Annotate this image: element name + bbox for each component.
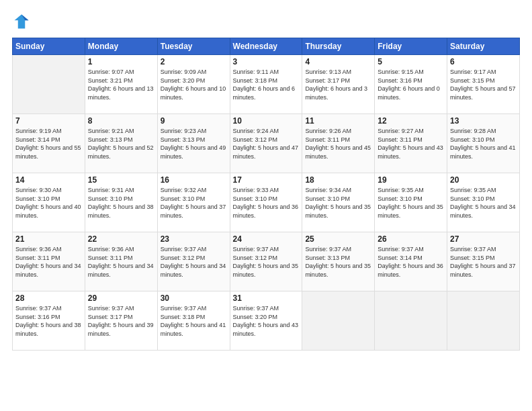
day-number: 29 (88, 293, 154, 303)
logo (12, 12, 34, 31)
day-number: 10 (233, 116, 300, 126)
day-info: Sunrise: 9:13 AM Sunset: 3:17 PM Dayligh… (305, 68, 371, 101)
day-cell: 20Sunrise: 9:35 AM Sunset: 3:10 PM Dayli… (447, 173, 520, 232)
day-cell: 1Sunrise: 9:07 AM Sunset: 3:21 PM Daylig… (85, 55, 157, 114)
day-info: Sunrise: 9:37 AM Sunset: 3:20 PM Dayligh… (233, 304, 300, 338)
day-info: Sunrise: 9:36 AM Sunset: 3:11 PM Dayligh… (15, 245, 82, 279)
day-number: 26 (378, 234, 444, 244)
day-info: Sunrise: 9:09 AM Sunset: 3:20 PM Dayligh… (161, 68, 227, 101)
day-cell: 23Sunrise: 9:37 AM Sunset: 3:12 PM Dayli… (157, 232, 230, 291)
day-info: Sunrise: 9:28 AM Sunset: 3:10 PM Dayligh… (450, 127, 517, 161)
day-info: Sunrise: 9:24 AM Sunset: 3:12 PM Dayligh… (233, 127, 300, 161)
day-cell: 18Sunrise: 9:34 AM Sunset: 3:10 PM Dayli… (302, 173, 375, 232)
day-number: 12 (378, 116, 444, 126)
weekday-header-sunday: Sunday (13, 38, 85, 55)
day-cell: 8Sunrise: 9:21 AM Sunset: 3:13 PM Daylig… (85, 114, 157, 173)
day-number: 6 (450, 57, 517, 66)
day-info: Sunrise: 9:37 AM Sunset: 3:12 PM Dayligh… (233, 245, 300, 279)
day-info: Sunrise: 9:07 AM Sunset: 3:21 PM Dayligh… (88, 68, 154, 101)
day-number: 22 (88, 234, 154, 244)
day-number: 8 (88, 116, 154, 126)
day-cell: 19Sunrise: 9:35 AM Sunset: 3:10 PM Dayli… (375, 173, 447, 232)
week-row-2: 14Sunrise: 9:30 AM Sunset: 3:10 PM Dayli… (13, 173, 520, 232)
day-info: Sunrise: 9:37 AM Sunset: 3:16 PM Dayligh… (15, 304, 82, 338)
day-info: Sunrise: 9:15 AM Sunset: 3:16 PM Dayligh… (378, 68, 444, 101)
day-number: 20 (450, 175, 517, 185)
day-cell: 11Sunrise: 9:26 AM Sunset: 3:11 PM Dayli… (302, 114, 375, 173)
day-cell: 10Sunrise: 9:24 AM Sunset: 3:12 PM Dayli… (230, 114, 302, 173)
day-number: 2 (161, 57, 227, 66)
day-cell: 31Sunrise: 9:37 AM Sunset: 3:20 PM Dayli… (230, 291, 302, 351)
day-number: 24 (233, 234, 300, 244)
day-cell: 14Sunrise: 9:30 AM Sunset: 3:10 PM Dayli… (13, 173, 85, 232)
day-cell: 4Sunrise: 9:13 AM Sunset: 3:17 PM Daylig… (302, 55, 375, 114)
day-cell: 3Sunrise: 9:11 AM Sunset: 3:18 PM Daylig… (230, 55, 302, 114)
day-cell: 2Sunrise: 9:09 AM Sunset: 3:20 PM Daylig… (157, 55, 230, 114)
day-number: 13 (450, 116, 517, 126)
day-info: Sunrise: 9:17 AM Sunset: 3:15 PM Dayligh… (450, 68, 517, 101)
day-info: Sunrise: 9:37 AM Sunset: 3:14 PM Dayligh… (378, 245, 444, 279)
calendar-table: SundayMondayTuesdayWednesdayThursdayFrid… (12, 38, 520, 351)
day-number: 27 (450, 234, 517, 244)
day-info: Sunrise: 9:26 AM Sunset: 3:11 PM Dayligh… (305, 127, 371, 161)
day-number: 3 (233, 57, 300, 66)
day-info: Sunrise: 9:37 AM Sunset: 3:17 PM Dayligh… (88, 304, 154, 338)
day-number: 21 (15, 234, 82, 244)
day-number: 7 (15, 116, 82, 126)
day-info: Sunrise: 9:35 AM Sunset: 3:10 PM Dayligh… (378, 186, 444, 220)
day-info: Sunrise: 9:35 AM Sunset: 3:10 PM Dayligh… (450, 186, 517, 220)
day-number: 19 (378, 175, 444, 185)
day-number: 1 (88, 57, 154, 66)
day-number: 23 (161, 234, 227, 244)
day-number: 31 (233, 293, 300, 303)
day-info: Sunrise: 9:11 AM Sunset: 3:18 PM Dayligh… (233, 68, 300, 101)
day-info: Sunrise: 9:33 AM Sunset: 3:10 PM Dayligh… (233, 186, 300, 220)
day-cell (375, 291, 447, 351)
weekday-header-monday: Monday (85, 38, 157, 55)
weekday-header-friday: Friday (375, 38, 447, 55)
day-cell: 26Sunrise: 9:37 AM Sunset: 3:14 PM Dayli… (375, 232, 447, 291)
day-cell: 28Sunrise: 9:37 AM Sunset: 3:16 PM Dayli… (13, 291, 85, 351)
day-number: 17 (233, 175, 300, 185)
day-cell: 24Sunrise: 9:37 AM Sunset: 3:12 PM Dayli… (230, 232, 302, 291)
day-cell: 25Sunrise: 9:37 AM Sunset: 3:13 PM Dayli… (302, 232, 375, 291)
day-cell: 12Sunrise: 9:27 AM Sunset: 3:11 PM Dayli… (375, 114, 447, 173)
day-info: Sunrise: 9:31 AM Sunset: 3:10 PM Dayligh… (88, 186, 154, 220)
day-info: Sunrise: 9:32 AM Sunset: 3:10 PM Dayligh… (161, 186, 227, 220)
day-number: 4 (305, 57, 371, 66)
day-number: 16 (161, 175, 227, 185)
week-row-3: 21Sunrise: 9:36 AM Sunset: 3:11 PM Dayli… (13, 232, 520, 291)
day-info: Sunrise: 9:37 AM Sunset: 3:13 PM Dayligh… (305, 245, 371, 279)
day-cell: 13Sunrise: 9:28 AM Sunset: 3:10 PM Dayli… (447, 114, 520, 173)
day-info: Sunrise: 9:27 AM Sunset: 3:11 PM Dayligh… (378, 127, 444, 161)
day-cell: 17Sunrise: 9:33 AM Sunset: 3:10 PM Dayli… (230, 173, 302, 232)
day-number: 9 (161, 116, 227, 126)
day-number: 25 (305, 234, 371, 244)
day-cell: 27Sunrise: 9:37 AM Sunset: 3:15 PM Dayli… (447, 232, 520, 291)
day-cell: 22Sunrise: 9:36 AM Sunset: 3:11 PM Dayli… (85, 232, 157, 291)
day-cell (13, 55, 85, 114)
logo-icon (12, 12, 31, 31)
day-info: Sunrise: 9:30 AM Sunset: 3:10 PM Dayligh… (15, 186, 82, 220)
week-row-1: 7Sunrise: 9:19 AM Sunset: 3:14 PM Daylig… (13, 114, 520, 173)
day-cell (447, 291, 520, 351)
day-number: 15 (88, 175, 154, 185)
day-info: Sunrise: 9:37 AM Sunset: 3:18 PM Dayligh… (161, 304, 227, 338)
day-number: 5 (378, 57, 444, 66)
day-info: Sunrise: 9:23 AM Sunset: 3:13 PM Dayligh… (161, 127, 227, 161)
day-number: 28 (15, 293, 82, 303)
day-info: Sunrise: 9:19 AM Sunset: 3:14 PM Dayligh… (15, 127, 82, 161)
day-number: 18 (305, 175, 371, 185)
header (12, 12, 520, 31)
day-info: Sunrise: 9:36 AM Sunset: 3:11 PM Dayligh… (88, 245, 154, 279)
weekday-header-thursday: Thursday (302, 38, 375, 55)
day-info: Sunrise: 9:34 AM Sunset: 3:10 PM Dayligh… (305, 186, 371, 220)
day-cell: 30Sunrise: 9:37 AM Sunset: 3:18 PM Dayli… (157, 291, 230, 351)
weekday-header-row: SundayMondayTuesdayWednesdayThursdayFrid… (13, 38, 520, 55)
day-cell: 7Sunrise: 9:19 AM Sunset: 3:14 PM Daylig… (13, 114, 85, 173)
day-number: 11 (305, 116, 371, 126)
page: SundayMondayTuesdayWednesdayThursdayFrid… (0, 0, 532, 411)
week-row-0: 1Sunrise: 9:07 AM Sunset: 3:21 PM Daylig… (13, 55, 520, 114)
day-cell (302, 291, 375, 351)
day-cell: 16Sunrise: 9:32 AM Sunset: 3:10 PM Dayli… (157, 173, 230, 232)
